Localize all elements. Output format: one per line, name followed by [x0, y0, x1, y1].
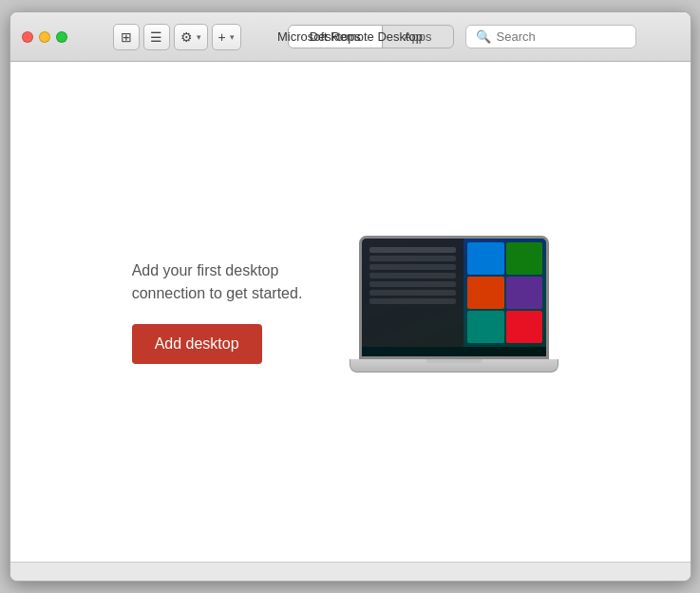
- search-box: 🔍: [465, 25, 636, 48]
- titlebar: Microsoft Remote Desktop ⊞ ☰ ⚙ ▾ + ▾ De: [10, 12, 691, 62]
- add-button[interactable]: + ▾: [212, 24, 241, 50]
- minimize-button[interactable]: [39, 31, 50, 43]
- windows-tiles: [464, 239, 546, 347]
- footer-bar: [10, 562, 691, 581]
- windows-start-menu: [362, 239, 464, 347]
- settings-button[interactable]: ⚙ ▾: [174, 24, 208, 50]
- laptop-screen: [359, 236, 549, 359]
- add-arrow-icon: ▾: [230, 32, 235, 42]
- maximize-button[interactable]: [56, 31, 67, 43]
- search-input[interactable]: [497, 29, 626, 44]
- traffic-lights: [22, 31, 67, 43]
- tile-6: [506, 311, 543, 343]
- screen-content: [362, 239, 546, 356]
- laptop-illustration: [359, 236, 568, 388]
- close-button[interactable]: [22, 31, 33, 43]
- list-view-button[interactable]: ☰: [143, 24, 170, 50]
- main-window: Microsoft Remote Desktop ⊞ ☰ ⚙ ▾ + ▾ De: [9, 11, 691, 582]
- windows-taskbar: [362, 347, 546, 356]
- tile-5: [467, 311, 504, 343]
- tile-4: [506, 277, 543, 309]
- empty-message: Add your first desktopconnection to get …: [132, 259, 303, 305]
- empty-state: Add your first desktopconnection to get …: [75, 217, 626, 407]
- search-icon: 🔍: [476, 29, 491, 44]
- add-desktop-button[interactable]: Add desktop: [132, 324, 262, 364]
- grid-view-icon: ⊞: [121, 29, 132, 45]
- list-view-icon: ☰: [150, 29, 162, 45]
- window-title: Microsoft Remote Desktop: [277, 29, 423, 44]
- empty-text-container: Add your first desktopconnection to get …: [132, 259, 303, 364]
- tile-2: [506, 242, 543, 275]
- tile-1: [467, 242, 504, 275]
- main-content: Add your first desktopconnection to get …: [10, 62, 691, 562]
- gear-icon: ⚙: [180, 29, 193, 45]
- plus-icon: +: [218, 29, 226, 45]
- tile-3: [467, 277, 504, 309]
- grid-view-button[interactable]: ⊞: [113, 24, 140, 50]
- settings-arrow-icon: ▾: [197, 32, 201, 42]
- laptop-notch: [426, 359, 482, 363]
- laptop-base: [350, 359, 558, 373]
